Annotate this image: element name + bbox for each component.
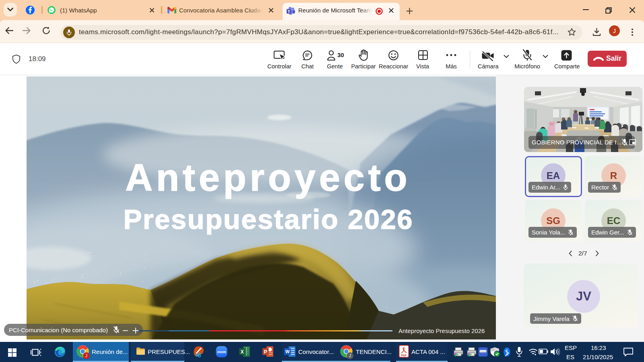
- svg-text:zoom: zoom: [217, 350, 226, 354]
- svg-text:P: P: [264, 349, 267, 355]
- svg-text:PDF: PDF: [401, 354, 407, 357]
- svg-text:X: X: [241, 349, 244, 355]
- svg-text:W: W: [285, 349, 290, 354]
